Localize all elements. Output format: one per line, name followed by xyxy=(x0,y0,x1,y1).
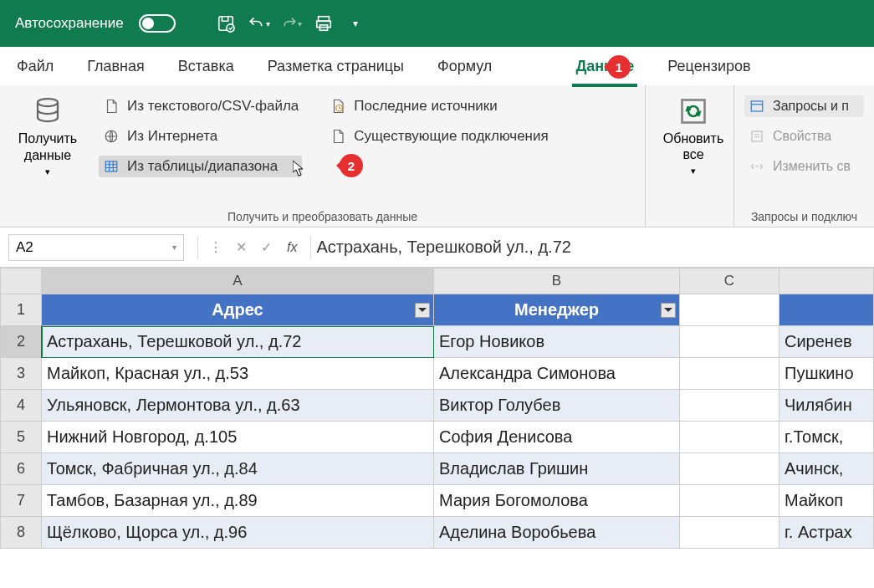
cell[interactable]: Томск, Фабричная ул., д.84 xyxy=(42,453,434,485)
from-csv-button[interactable]: Из текстового/CSV-файла xyxy=(99,95,302,117)
undo-button[interactable]: ▾ xyxy=(248,15,270,32)
cell[interactable]: Пушкино xyxy=(779,358,874,390)
name-box[interactable]: A2 ▾ xyxy=(8,234,184,261)
expand-formula-icon[interactable]: ⋮ xyxy=(203,234,228,261)
cell[interactable]: Ульяновск, Лермонтова ул., д.63 xyxy=(42,390,434,422)
column-header-d[interactable] xyxy=(779,268,874,294)
cell[interactable]: Егор Новиков xyxy=(434,326,680,358)
svg-point-5 xyxy=(38,99,58,106)
spreadsheet-grid: A B C 1 Адрес Менеджер 2 Астрахань, Тере… xyxy=(0,268,874,549)
cell[interactable] xyxy=(680,294,779,326)
row-header[interactable]: 6 xyxy=(0,453,42,485)
cell[interactable]: Аделина Воробьева xyxy=(434,517,680,549)
separator xyxy=(197,236,198,259)
svg-rect-10 xyxy=(751,101,763,111)
ribbon-group-refresh: Обновить все ▾ xyxy=(646,85,734,227)
from-web-button[interactable]: Из Интернета xyxy=(99,125,302,147)
tab-review[interactable]: Рецензиров xyxy=(651,47,767,85)
edit-links-label: Изменить св xyxy=(773,159,851,174)
cell[interactable]: Нижний Новгород, д.105 xyxy=(42,422,434,453)
row-header[interactable]: 7 xyxy=(0,485,42,517)
cell[interactable] xyxy=(680,517,779,549)
name-box-value: A2 xyxy=(16,239,33,256)
recent-sources-button[interactable]: Последние источники xyxy=(325,95,551,117)
edit-links-button: Изменить св xyxy=(744,156,864,177)
separator xyxy=(310,236,311,259)
row-header[interactable]: 1 xyxy=(0,294,42,326)
select-all-corner[interactable] xyxy=(0,268,42,294)
cell[interactable]: г.Томск, xyxy=(779,422,874,453)
column-header-a[interactable]: A xyxy=(42,268,434,294)
formula-value[interactable]: Астрахань, Терешковой ул., д.72 xyxy=(316,238,570,257)
cell[interactable]: Александра Симонова xyxy=(434,358,680,390)
chevron-down-icon[interactable]: ▾ xyxy=(172,243,176,252)
cell[interactable] xyxy=(680,326,779,358)
cell[interactable]: Щёлково, Щорса ул., д.96 xyxy=(42,517,434,549)
refresh-all-label: Обновить все xyxy=(663,130,723,162)
queries-label: Запросы и п xyxy=(773,99,849,114)
from-table-button[interactable]: Из таблицы/диапазона 2 xyxy=(99,156,302,177)
file-link-icon xyxy=(329,127,347,146)
row-header[interactable]: 2 xyxy=(0,326,42,358)
cell[interactable]: София Денисова xyxy=(434,422,680,453)
svg-rect-2 xyxy=(318,17,329,22)
table-icon xyxy=(102,157,120,176)
table-header-address[interactable]: Адрес xyxy=(42,294,434,326)
cell[interactable]: Виктор Голубев xyxy=(434,390,680,422)
cell[interactable] xyxy=(680,358,779,390)
cancel-formula-icon[interactable]: ✕ xyxy=(228,234,253,261)
cell[interactable]: Тамбов, Базарная ул., д.89 xyxy=(42,485,434,517)
cell[interactable]: Ачинск, xyxy=(779,453,874,485)
row-header[interactable]: 8 xyxy=(0,517,42,549)
cell[interactable]: Мария Богомолова xyxy=(434,485,680,517)
fx-icon[interactable]: fx xyxy=(287,240,297,255)
clock-file-icon xyxy=(329,97,347,115)
ribbon-group-queries: Запросы и п Свойства Изменить св Запросы… xyxy=(734,85,874,227)
tab-formulas[interactable]: Формул xyxy=(421,47,509,85)
cell[interactable]: Владислав Гришин xyxy=(434,453,680,485)
callout-badge-1: 1 xyxy=(607,55,631,79)
cell[interactable]: Астрахань, Терешковой ул., д.72 xyxy=(42,326,434,358)
column-header-c[interactable]: C xyxy=(680,268,779,294)
ribbon: Получить данные ▾ Из текстового/CSV-файл… xyxy=(0,85,874,228)
from-csv-label: Из текстового/CSV-файла xyxy=(127,98,299,115)
column-header-b[interactable]: B xyxy=(434,268,680,294)
ribbon-group-getdata: Получить данные ▾ Из текстового/CSV-файл… xyxy=(0,85,646,227)
tab-file[interactable]: Файл xyxy=(0,47,70,85)
file-csv-icon xyxy=(102,97,120,115)
row-header[interactable]: 3 xyxy=(0,358,42,390)
properties-label: Свойства xyxy=(773,129,831,144)
chevron-down-icon[interactable]: ▾ xyxy=(266,19,270,28)
refresh-all-button[interactable]: Обновить все ▾ xyxy=(656,92,731,180)
row-header[interactable]: 4 xyxy=(0,390,42,422)
refresh-icon xyxy=(677,95,709,127)
save-icon[interactable] xyxy=(216,13,236,33)
existing-connections-button[interactable]: Существующие подключения xyxy=(325,125,551,147)
table-header-extra[interactable] xyxy=(779,294,874,326)
get-data-button[interactable]: Получить данные ▾ xyxy=(10,92,85,181)
accept-formula-icon[interactable]: ✓ xyxy=(253,234,279,261)
svg-rect-7 xyxy=(105,161,117,171)
cell[interactable] xyxy=(680,390,779,422)
cell[interactable] xyxy=(680,485,779,517)
queries-connections-button[interactable]: Запросы и п xyxy=(744,95,864,117)
cell[interactable] xyxy=(680,453,779,485)
cell[interactable]: Майкоп, Красная ул., д.53 xyxy=(42,358,434,390)
cell[interactable] xyxy=(680,422,779,453)
row-header[interactable]: 5 xyxy=(0,422,42,453)
cell[interactable]: Чилябин xyxy=(779,390,874,422)
tab-insert[interactable]: Вставка xyxy=(161,47,251,85)
table-header-manager[interactable]: Менеджер xyxy=(434,294,680,326)
tab-pagelayout[interactable]: Разметка страницы xyxy=(251,47,421,85)
cell[interactable]: Майкоп xyxy=(779,485,874,517)
filter-button[interactable] xyxy=(661,303,676,318)
redo-button[interactable]: ▾ xyxy=(282,13,302,33)
filter-button[interactable] xyxy=(415,303,430,318)
cell[interactable]: Сиренев xyxy=(779,326,874,358)
print-icon[interactable] xyxy=(314,13,334,33)
autosave-toggle[interactable] xyxy=(139,14,176,33)
chevron-down-icon: ▾ xyxy=(691,166,696,176)
customize-qat-icon[interactable]: ▾ xyxy=(345,13,365,33)
cell[interactable]: г. Астрах xyxy=(779,517,874,549)
tab-home[interactable]: Главная xyxy=(70,47,161,85)
